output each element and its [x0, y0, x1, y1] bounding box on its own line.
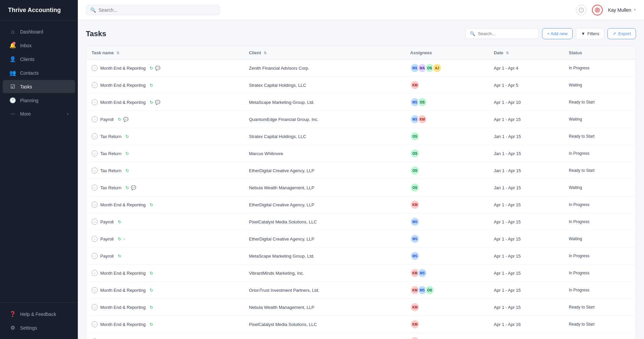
date-cell: Apr 1 - Apr 5 — [488, 77, 564, 94]
task-checkbox[interactable]: ○ — [92, 304, 98, 310]
sidebar-bottom: ❓ Help & Feedback ⚙ Settings — [0, 302, 78, 339]
avatar: OS — [410, 166, 420, 175]
sync-icon[interactable]: ↻ — [118, 117, 121, 122]
sidebar-item-inbox[interactable]: 🔔 Inbox — [3, 39, 75, 52]
sidebar-item-clients[interactable]: 👤 Clients — [3, 53, 75, 66]
sidebar-item-tasks[interactable]: ☑ Tasks — [3, 80, 75, 93]
task-checkbox[interactable]: ○ — [92, 270, 98, 276]
sidebar: Thrive Accounting ⌂ Dashboard 🔔 Inbox 👤 … — [0, 0, 78, 339]
task-name: Month End & Reporting — [100, 288, 146, 293]
sidebar-item-more[interactable]: ··· More › — [3, 108, 75, 120]
sync-icon[interactable]: ↻ — [125, 168, 129, 173]
user-menu[interactable]: Kay Mullen ▾ — [608, 7, 636, 13]
task-checkbox[interactable]: ○ — [92, 99, 98, 105]
filters-button[interactable]: ▼ Filters — [576, 28, 604, 39]
task-checkbox[interactable]: ○ — [92, 253, 98, 259]
sidebar-item-settings[interactable]: ⚙ Settings — [3, 321, 75, 334]
avatars: OS — [410, 166, 483, 175]
status-cell: In Progress — [564, 196, 636, 213]
task-icons: ↻💬 — [125, 185, 136, 190]
avatar: AJ — [432, 63, 442, 73]
table-header: Task name ⇅ Client ⇅ Assignees Date ⇅ St… — [86, 46, 636, 60]
task-checkbox[interactable]: ○ — [92, 202, 98, 208]
chat-icon[interactable]: 💬 — [123, 117, 128, 122]
sidebar-item-label: Dashboard — [20, 29, 43, 35]
chat-icon[interactable]: 💬 — [155, 66, 160, 71]
sync-icon[interactable]: ↻ — [150, 322, 153, 327]
double-chevron-icon[interactable]: » — [123, 237, 125, 241]
col-date[interactable]: Date ⇅ — [488, 46, 564, 60]
task-cell: ○ Month End & Reporting ↻ — [92, 304, 238, 310]
sync-icon[interactable]: ↻ — [150, 66, 153, 71]
task-checkbox[interactable]: ○ — [92, 133, 98, 139]
chevron-right-icon: › — [67, 112, 68, 116]
avatar: KM — [410, 200, 420, 209]
col-assignees: Assignees — [405, 46, 488, 60]
task-icons: ↻ — [118, 219, 121, 224]
task-checkbox[interactable]: ○ — [92, 116, 98, 122]
task-checkbox[interactable]: ○ — [92, 236, 98, 242]
task-icons: ↻💬 — [150, 66, 160, 71]
add-new-button[interactable]: + Add new — [542, 28, 573, 39]
topbar-search-box[interactable]: 🔍 — [86, 5, 220, 15]
task-name: Payroll — [100, 117, 114, 122]
sidebar-item-dashboard[interactable]: ⌂ Dashboard — [3, 25, 75, 38]
table-row: ○ Payroll ↻» EtherDigital Creative Agenc… — [86, 230, 636, 248]
client-cell: Stratex Capital Holdings, LLC — [244, 128, 405, 145]
date-cell: Apr 1 - Apr 15 — [488, 282, 564, 299]
sync-icon[interactable]: ↻ — [150, 271, 153, 276]
sidebar-item-help[interactable]: ❓ Help & Feedback — [3, 308, 75, 321]
topbar-search-input[interactable] — [99, 7, 216, 13]
task-name: Month End & Reporting — [100, 322, 146, 327]
settings-icon: ⚙ — [9, 325, 16, 331]
sync-icon[interactable]: ↻ — [125, 185, 129, 190]
col-task-name[interactable]: Task name ⇅ — [86, 46, 244, 60]
avatars: KM — [410, 200, 483, 209]
sync-icon[interactable]: ↻ — [150, 288, 153, 293]
chat-icon[interactable]: 💬 — [155, 100, 160, 105]
task-name: Tax Return — [100, 151, 121, 156]
task-icons: ↻» — [118, 236, 125, 242]
sync-icon[interactable]: ↻ — [118, 236, 121, 242]
topbar: 🔍 Kay Mullen ▾ — [78, 0, 644, 20]
sync-icon[interactable]: ↻ — [118, 219, 121, 224]
col-client[interactable]: Client ⇅ — [244, 46, 405, 60]
tasks-icon: ☑ — [9, 83, 16, 90]
task-checkbox[interactable]: ○ — [92, 150, 98, 156]
task-checkbox[interactable]: ○ — [92, 82, 98, 88]
tasks-search-input[interactable] — [478, 31, 534, 36]
sync-icon[interactable]: ↻ — [150, 100, 153, 105]
sidebar-item-label: Planning — [20, 98, 39, 103]
assignees-cell: KMMS — [405, 265, 488, 282]
sidebar-item-label: Settings — [20, 325, 37, 331]
export-button[interactable]: ↗ Export — [607, 28, 636, 39]
sync-icon[interactable]: ↻ — [118, 254, 121, 259]
task-checkbox[interactable]: ○ — [92, 167, 98, 174]
task-checkbox[interactable]: ○ — [92, 65, 98, 71]
chat-icon[interactable]: 💬 — [131, 185, 136, 190]
task-checkbox[interactable]: ○ — [92, 219, 98, 225]
client-cell: MetaScape Marketing Group, Ltd. — [244, 248, 405, 265]
sync-icon[interactable]: ↻ — [150, 202, 153, 207]
page-actions: 🔍 + Add new ▼ Filters ↗ Export — [466, 28, 636, 39]
client-cell: Stratex Capital Holdings, LLC — [244, 77, 405, 94]
target-icon[interactable] — [592, 5, 603, 15]
sync-icon[interactable]: ↻ — [150, 83, 153, 88]
sync-icon[interactable]: ↻ — [125, 134, 129, 139]
svg-point-5 — [597, 9, 598, 10]
notification-icon[interactable] — [576, 5, 587, 15]
task-checkbox[interactable]: ○ — [92, 185, 98, 191]
sidebar-item-contacts[interactable]: 👥 Contacts — [3, 66, 75, 79]
sync-icon[interactable]: ↻ — [125, 151, 129, 156]
date-cell: Apr 1 - Apr 15 — [488, 230, 564, 248]
sort-icon: ⇅ — [506, 51, 509, 55]
task-checkbox[interactable]: ○ — [92, 321, 98, 327]
task-checkbox[interactable]: ○ — [92, 287, 98, 293]
sidebar-item-planning[interactable]: 🕐 Planning — [3, 94, 75, 107]
tasks-search-box[interactable]: 🔍 — [466, 28, 539, 39]
date-cell: Jan 1 - Apr 15 — [488, 162, 564, 179]
sync-icon[interactable]: ↻ — [150, 305, 153, 310]
client-cell: Zenith Financial Advisors Corp. — [244, 60, 405, 77]
inbox-badge — [13, 42, 15, 45]
assignees-cell: OS — [405, 145, 488, 162]
